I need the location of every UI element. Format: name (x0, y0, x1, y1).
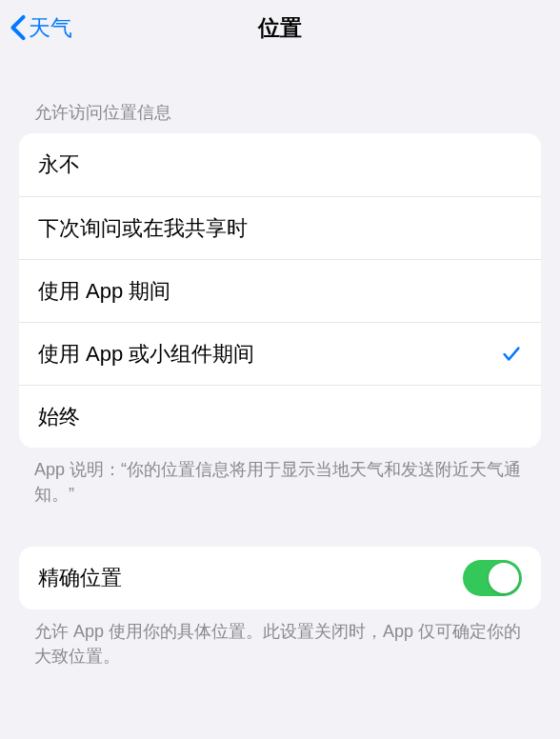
precise-location-label: 精确位置 (38, 564, 122, 592)
option-ask-next-time[interactable]: 下次询问或在我共享时 (19, 196, 541, 259)
toggle-knob (489, 563, 519, 593)
precise-location-toggle[interactable] (463, 560, 522, 596)
option-label: 永不 (38, 150, 80, 179)
page-title: 位置 (258, 13, 302, 43)
option-always[interactable]: 始终 (19, 385, 541, 448)
chevron-left-icon (10, 14, 27, 41)
option-while-using-or-widgets[interactable]: 使用 App 或小组件期间 (19, 322, 541, 385)
option-label: 使用 App 期间 (38, 277, 170, 306)
option-label: 下次询问或在我共享时 (38, 214, 248, 243)
back-button[interactable]: 天气 (10, 13, 72, 43)
section-footer-app-description: App 说明：“你的位置信息将用于显示当地天气和发送附近天气通知。” (0, 448, 560, 507)
option-label: 使用 App 或小组件期间 (38, 340, 254, 369)
option-never[interactable]: 永不 (19, 133, 541, 196)
navigation-bar: 天气 位置 (0, 0, 560, 55)
option-label: 始终 (38, 403, 80, 431)
section-footer-precise-location: 允许 App 使用你的具体位置。此设置关闭时，App 仅可确定你的大致位置。 (0, 609, 560, 669)
section-header-allow-access: 允许访问位置信息 (0, 55, 560, 133)
back-label: 天气 (29, 13, 72, 43)
checkmark-icon (501, 344, 522, 365)
option-while-using[interactable]: 使用 App 期间 (19, 259, 541, 322)
precise-location-row: 精确位置 (19, 547, 541, 609)
precise-location-group: 精确位置 (19, 547, 541, 609)
location-access-options: 永不 下次询问或在我共享时 使用 App 期间 使用 App 或小组件期间 始终 (19, 133, 541, 448)
